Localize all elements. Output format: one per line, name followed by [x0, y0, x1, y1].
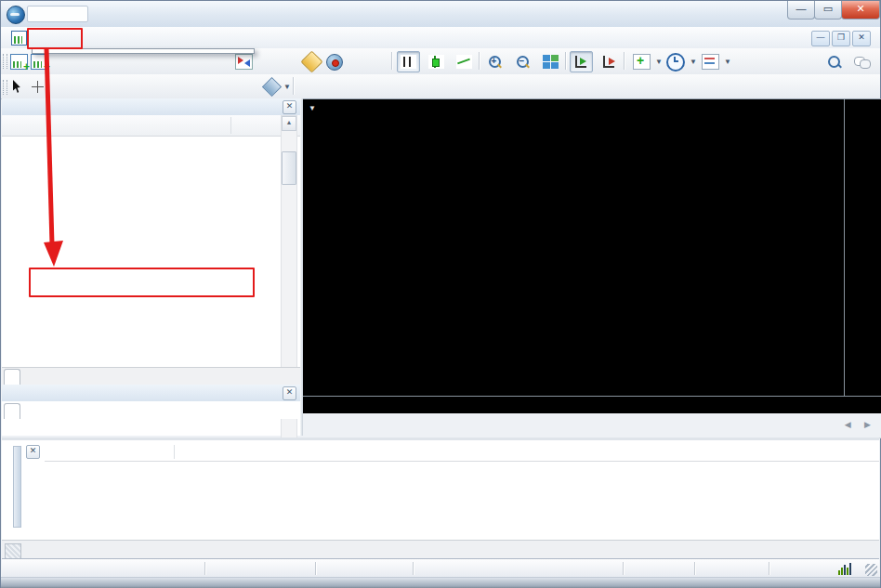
market-watch-tabstrip — [2, 367, 300, 385]
line-chart-button[interactable] — [453, 51, 476, 72]
dropdown-arrow-icon: ▼ — [724, 58, 731, 66]
menu-help[interactable] — [391, 30, 408, 46]
templates-button[interactable]: ▼ — [698, 51, 735, 72]
crosshair-icon — [31, 80, 46, 94]
symbols-cycle-icon — [262, 77, 282, 97]
maximize-button[interactable]: ▭ — [814, 1, 842, 20]
terminal-header — [45, 443, 879, 462]
menu-bar: — ❐ ✕ — [1, 27, 880, 49]
tab-scroll-arrows[interactable]: ◀ ▶ — [845, 420, 876, 429]
market-watch-close-icon[interactable]: ✕ — [283, 100, 296, 114]
status-divider — [623, 562, 624, 575]
symbols-tab[interactable] — [4, 369, 20, 385]
scroll-up-icon[interactable]: ▲ — [282, 116, 296, 131]
market-watch-panel: ✕ ▲ ▼ ✕ — [2, 98, 301, 436]
chart-shift-icon — [601, 55, 617, 69]
periods-button[interactable]: ▼ — [663, 51, 701, 72]
child-restore-button[interactable]: ❐ — [832, 31, 850, 46]
search-button[interactable] — [822, 51, 846, 72]
time-axis[interactable] — [303, 396, 881, 415]
crosshair-button[interactable] — [27, 76, 50, 98]
file-menu-popup — [32, 48, 255, 54]
menu-tools[interactable] — [269, 30, 285, 46]
clock-icon — [666, 53, 685, 72]
status-divider — [315, 562, 316, 575]
profiles-button[interactable] — [27, 51, 52, 72]
application-window: — ▭ ✕ — ❐ ✕ + − — [0, 0, 881, 588]
chart-tab-bar: ◀ ▶ — [303, 413, 881, 438]
zoom-in-icon: + — [487, 55, 502, 70]
minimize-button[interactable]: — — [787, 1, 815, 20]
tile-windows-button[interactable] — [539, 51, 562, 72]
title-bar: — ▭ ✕ — [1, 1, 880, 28]
navigator-tabstrip — [2, 401, 300, 419]
window-bottom-frame — [1, 577, 880, 588]
chat-icon — [854, 55, 870, 69]
close-button[interactable]: ✕ — [841, 1, 880, 20]
chart-plot[interactable] — [303, 99, 843, 396]
new-order-button[interactable] — [231, 51, 260, 72]
zoom-in-button[interactable]: + — [483, 51, 506, 72]
menu-view[interactable] — [89, 30, 106, 46]
bar-chart-icon — [401, 55, 416, 69]
child-close-button[interactable]: ✕ — [852, 31, 871, 46]
new-chart-icon — [10, 54, 28, 70]
autotrading-icon — [326, 54, 343, 71]
candlestick-icon — [428, 55, 444, 69]
column-divider — [230, 117, 231, 134]
metaeditor-button[interactable] — [300, 51, 323, 72]
status-divider — [413, 562, 414, 575]
navigator-close-icon[interactable]: ✕ — [283, 386, 296, 400]
auto-scroll-button[interactable] — [570, 51, 593, 72]
search-icon — [826, 55, 842, 69]
indicators-button[interactable]: ▼ — [629, 51, 666, 72]
terminal-panel: ✕ — [2, 438, 879, 561]
zoom-out-button[interactable]: − — [511, 51, 533, 72]
tile-windows-icon — [543, 55, 559, 69]
menu-charts[interactable] — [207, 30, 224, 46]
chart-window-icon — [11, 31, 27, 46]
toolbar-separator — [624, 52, 625, 70]
menu-insert[interactable] — [150, 30, 166, 46]
toolbar-separator — [293, 77, 294, 95]
price-scale[interactable] — [844, 99, 881, 396]
bar-chart-button[interactable] — [397, 51, 420, 72]
autotrading-button[interactable] — [322, 51, 350, 72]
toolbar-separator — [565, 52, 566, 70]
line-chart-icon — [456, 55, 472, 69]
navigator-title-bar: ✕ — [2, 385, 300, 402]
zoom-out-icon: − — [515, 55, 530, 70]
candlestick-button[interactable] — [425, 51, 448, 72]
chart-shift-button[interactable] — [598, 51, 621, 72]
navigator-common-tab[interactable] — [4, 403, 20, 419]
market-watch-title-bar: ✕ — [2, 98, 300, 116]
resize-grip[interactable] — [865, 564, 877, 576]
toolbar-separator — [391, 52, 392, 70]
dropdown-arrow-icon: ▼ — [690, 58, 697, 66]
auto-scroll-icon — [573, 55, 589, 69]
metaeditor-icon — [300, 50, 322, 72]
new-order-icon — [235, 54, 253, 70]
status-divider — [769, 562, 769, 575]
column-divider — [174, 445, 175, 459]
status-divider — [204, 562, 205, 575]
dropdown-arrow-icon: ▼ — [655, 58, 663, 66]
connection-status-icon — [838, 563, 855, 575]
menu-file[interactable] — [32, 30, 48, 46]
toolbar-separator — [479, 52, 480, 70]
status-divider — [694, 562, 695, 575]
chevron-down-icon: ▼ — [309, 104, 316, 112]
chat-button[interactable] — [850, 51, 874, 72]
terminal-close-icon[interactable]: ✕ — [26, 445, 40, 459]
child-minimize-button[interactable]: — — [811, 31, 830, 46]
title-inset-box — [27, 6, 88, 22]
symbols-cycle-button[interactable]: ▼ — [261, 76, 295, 98]
chart-ohlc-header: ▼ — [309, 102, 319, 113]
app-logo-icon — [7, 6, 25, 24]
terminal-grip[interactable] — [13, 446, 21, 528]
scrollbar-thumb[interactable] — [282, 151, 296, 185]
chart-window: ▼ — [303, 98, 881, 414]
dropdown-arrow-icon: ▼ — [283, 83, 291, 91]
menu-window[interactable] — [328, 30, 345, 46]
profiles-icon — [31, 54, 48, 70]
